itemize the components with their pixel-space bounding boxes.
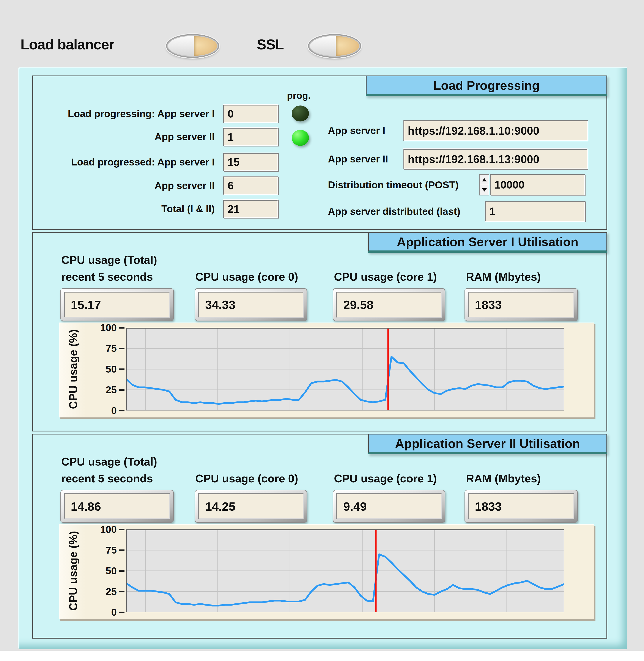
spinner-down-button[interactable] bbox=[480, 185, 489, 195]
s2-cpu-usage-chart: CPU usage (%) 100 75 50 25 0 bbox=[59, 524, 594, 619]
section-title: Application Server I Utilisation bbox=[397, 234, 578, 249]
ssl-label: SSL bbox=[257, 36, 284, 53]
value-load-progressing-server-1: 0 bbox=[223, 105, 278, 123]
y-tick-100: 100 bbox=[85, 321, 117, 334]
section-title: Load Progressing bbox=[433, 78, 539, 93]
arrow-down-icon bbox=[482, 188, 487, 191]
s1-chart-y-axis-label: CPU usage (%) bbox=[63, 328, 84, 411]
s2-ram-indicator: 1833 bbox=[464, 490, 578, 523]
s1-ram-indicator: 1833 bbox=[464, 288, 578, 321]
s2-chart-y-axis-label: CPU usage (%) bbox=[63, 529, 84, 612]
app-server-distributed-field: 1 bbox=[485, 201, 585, 222]
s2-cpu-core0-indicator: 14.25 bbox=[195, 490, 307, 523]
section-header-load-progressing: Load Progressing bbox=[366, 75, 607, 96]
prog-led-server-1 bbox=[292, 106, 309, 121]
s2-cpu-core1-value: 9.49 bbox=[336, 493, 442, 519]
value-total: 21 bbox=[223, 200, 278, 218]
label-load-progressed-app-server-1: Load progressed: App server I bbox=[32, 153, 215, 171]
tick-mark bbox=[119, 327, 124, 328]
y-tick-100: 100 bbox=[85, 523, 117, 536]
tick-mark bbox=[119, 612, 124, 613]
section-header-server-1: Application Server I Utilisation bbox=[368, 232, 607, 253]
tick-mark bbox=[119, 389, 124, 391]
y-tick-75: 75 bbox=[85, 544, 117, 556]
tick-mark bbox=[119, 348, 124, 349]
load-balancer-label: Load balancer bbox=[21, 36, 114, 53]
s1-cpu-core1-value: 29.58 bbox=[336, 292, 442, 318]
tick-mark bbox=[119, 410, 124, 411]
label-load-progressing-app-server-1: Load progressing: App server I bbox=[32, 105, 215, 123]
s1-cpu-core0-value: 34.33 bbox=[198, 292, 303, 318]
label-app-server-2-url: App server II bbox=[328, 149, 388, 169]
s2-metric-label-core1: CPU usage (core 1) bbox=[334, 472, 437, 485]
label-app-server-distributed: App server distributed (last) bbox=[328, 201, 460, 222]
y-tick-50: 50 bbox=[85, 564, 117, 577]
s2-ram-value: 1833 bbox=[468, 493, 574, 519]
s1-ram-value: 1833 bbox=[468, 292, 574, 318]
bottom-strip bbox=[0, 651, 644, 661]
s2-metric-label-total-line2: recent 5 seconds bbox=[61, 472, 153, 485]
section-header-server-2: Application Server II Utilisation bbox=[368, 434, 607, 454]
tick-mark bbox=[119, 529, 124, 530]
y-tick-0: 0 bbox=[85, 606, 117, 619]
distribution-timeout-spinner bbox=[479, 174, 489, 196]
s2-metric-label-ram: RAM (Mbytes) bbox=[466, 472, 541, 485]
label-load-progressing-app-server-2: App server II bbox=[32, 128, 215, 146]
section-title: Application Server II Utilisation bbox=[395, 436, 580, 451]
value-load-progressed-server-1: 15 bbox=[223, 153, 278, 171]
s1-cpu-core1-indicator: 29.58 bbox=[333, 288, 445, 321]
load-balancer-toggle[interactable] bbox=[166, 34, 219, 58]
s2-cpu-total-value: 14.86 bbox=[64, 493, 170, 519]
prog-label: prog. bbox=[287, 90, 311, 101]
label-total: Total (I & II) bbox=[32, 200, 215, 218]
s2-chart-plot-area bbox=[126, 529, 564, 612]
s2-metric-label-core0: CPU usage (core 0) bbox=[195, 472, 298, 485]
label-distribution-timeout: Distribution timeout (POST) bbox=[328, 174, 459, 196]
value-load-progressing-server-2: 1 bbox=[223, 128, 278, 146]
distribution-timeout-field[interactable]: 10000 bbox=[490, 174, 585, 196]
y-tick-25: 25 bbox=[85, 585, 117, 598]
app-server-2-url-field[interactable]: https://192.168.1.13:9000 bbox=[404, 149, 588, 169]
y-tick-25: 25 bbox=[85, 383, 117, 396]
s1-chart-plot-area bbox=[126, 328, 564, 411]
s1-metric-label-core0: CPU usage (core 0) bbox=[195, 270, 298, 283]
tick-mark bbox=[119, 368, 124, 370]
spinner-up-button[interactable] bbox=[480, 175, 489, 185]
s1-cpu-usage-chart: CPU usage (%) 100 75 50 25 0 bbox=[59, 322, 594, 417]
front-panel: Load balancer SSL Load Progressing Load … bbox=[0, 0, 644, 661]
s1-metric-label-ram: RAM (Mbytes) bbox=[466, 270, 541, 283]
y-tick-50: 50 bbox=[85, 363, 117, 375]
s1-metric-label-core1: CPU usage (core 1) bbox=[334, 270, 437, 283]
s1-metric-label-total-line1: CPU usage (Total) bbox=[61, 253, 157, 267]
label-app-server-1-url: App server I bbox=[328, 120, 385, 141]
app-server-1-url-field[interactable]: https://192.168.1.10:9000 bbox=[404, 120, 588, 141]
tick-mark bbox=[119, 570, 124, 572]
toggle-body-icon bbox=[168, 36, 217, 56]
tick-mark bbox=[119, 591, 124, 592]
ssl-toggle[interactable] bbox=[308, 34, 361, 58]
label-load-progressed-app-server-2: App server II bbox=[32, 177, 215, 195]
s2-cpu-core1-indicator: 9.49 bbox=[333, 490, 445, 523]
s1-cpu-total-value: 15.17 bbox=[64, 292, 170, 318]
value-load-progressed-server-2: 6 bbox=[223, 177, 278, 195]
arrow-up-icon bbox=[482, 178, 487, 181]
s2-cpu-core0-value: 14.25 bbox=[198, 493, 303, 519]
s2-metric-label-total-line1: CPU usage (Total) bbox=[61, 455, 157, 468]
y-tick-75: 75 bbox=[85, 342, 117, 355]
s2-cpu-total-indicator: 14.86 bbox=[61, 490, 174, 523]
prog-led-server-2 bbox=[292, 130, 309, 146]
toggle-body-icon bbox=[310, 36, 359, 56]
s1-cpu-total-indicator: 15.17 bbox=[61, 288, 174, 321]
y-tick-0: 0 bbox=[85, 404, 117, 417]
s1-metric-label-total-line2: recent 5 seconds bbox=[61, 270, 153, 283]
s1-cpu-core0-indicator: 34.33 bbox=[195, 288, 307, 321]
tick-mark bbox=[119, 549, 124, 551]
